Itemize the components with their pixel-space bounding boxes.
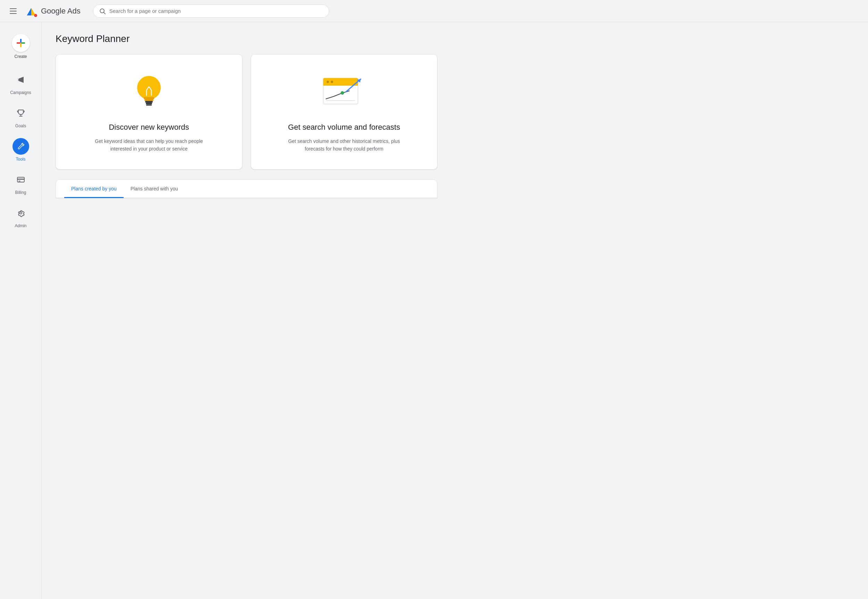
forecasts-card-desc: Get search volume and other historical m…	[285, 137, 403, 153]
svg-rect-6	[20, 44, 21, 47]
create-button[interactable]: Create	[0, 30, 41, 62]
menu-button[interactable]	[7, 6, 20, 17]
campaigns-icon	[17, 75, 25, 84]
svg-rect-10	[17, 179, 24, 180]
svg-line-4	[104, 12, 106, 14]
search-input[interactable]	[109, 8, 323, 14]
main-layout: Create Campaigns	[0, 22, 868, 599]
svg-rect-14	[144, 97, 154, 99]
page-title: Keyword Planner	[56, 33, 854, 44]
billing-icon-wrap	[12, 172, 29, 188]
svg-point-23	[331, 81, 333, 83]
svg-rect-11	[18, 181, 21, 181]
svg-point-22	[327, 81, 329, 83]
discover-keywords-card[interactable]: Discover new keywords Get keyword ideas …	[56, 54, 242, 170]
search-icon	[99, 8, 106, 15]
tabs-header: Plans created by you Plans shared with y…	[56, 180, 437, 198]
campaigns-icon-wrap	[12, 71, 29, 88]
svg-rect-5	[20, 39, 21, 43]
admin-icon-wrap	[12, 205, 29, 221]
admin-label: Admin	[15, 223, 26, 228]
svg-point-13	[137, 76, 161, 99]
svg-rect-17	[146, 103, 152, 104]
svg-rect-24	[326, 88, 355, 101]
create-circle-icon	[12, 34, 30, 52]
tabs-section: Plans created by you Plans shared with y…	[56, 179, 438, 199]
forecasts-card[interactable]: Get search volume and forecasts Get sear…	[251, 54, 438, 170]
create-label: Create	[14, 54, 27, 59]
billing-icon	[17, 176, 25, 184]
campaigns-label: Campaigns	[10, 90, 31, 95]
sidebar-item-goals[interactable]: Goals	[0, 101, 41, 132]
svg-marker-0	[27, 8, 31, 16]
svg-rect-16	[145, 101, 153, 103]
sidebar-item-admin[interactable]: Admin	[0, 201, 41, 232]
main-content: Keyword Planner	[42, 22, 868, 599]
admin-icon	[17, 209, 25, 217]
search-bar-container	[93, 5, 329, 18]
sidebar-item-tools[interactable]: Tools	[0, 135, 41, 165]
goals-icon	[17, 109, 25, 117]
billing-label: Billing	[15, 190, 26, 195]
discover-card-desc: Get keyword ideas that can help you reac…	[90, 137, 208, 153]
forecasts-card-title: Get search volume and forecasts	[288, 122, 400, 132]
plus-icon	[16, 38, 26, 48]
goals-label: Goals	[15, 123, 26, 128]
svg-point-12	[20, 212, 22, 214]
logo-area[interactable]: Google Ads	[25, 5, 80, 17]
tab-plans-shared-with-you[interactable]: Plans shared with you	[124, 180, 185, 198]
logo-text: Google Ads	[41, 7, 80, 16]
goals-icon-wrap	[12, 105, 29, 121]
svg-rect-8	[21, 42, 25, 44]
svg-rect-15	[145, 99, 154, 101]
sidebar-item-billing[interactable]: Billing	[0, 168, 41, 199]
sidebar: Create Campaigns	[0, 22, 42, 599]
sidebar-item-campaigns[interactable]: Campaigns	[0, 68, 41, 98]
svg-rect-18	[146, 104, 152, 106]
chart-icon	[320, 71, 368, 113]
tools-label: Tools	[16, 157, 25, 162]
header: Google Ads	[0, 0, 868, 22]
tools-icon	[17, 142, 25, 151]
tab-plans-created-by-you[interactable]: Plans created by you	[64, 180, 124, 198]
cards-grid: Discover new keywords Get keyword ideas …	[56, 54, 438, 170]
discover-card-title: Discover new keywords	[109, 122, 189, 132]
lightbulb-icon	[130, 71, 168, 113]
svg-rect-7	[17, 42, 21, 44]
svg-point-25	[341, 91, 344, 95]
tools-icon-wrap	[12, 138, 29, 155]
google-ads-logo-icon	[25, 5, 38, 17]
svg-point-2	[34, 14, 37, 17]
